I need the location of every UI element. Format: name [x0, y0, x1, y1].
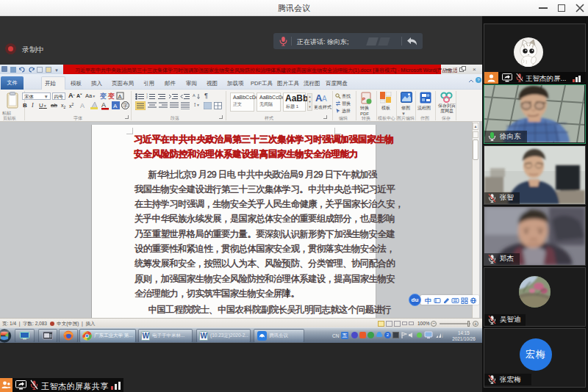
svg-text:A: A: [101, 101, 106, 109]
svg-text:A: A: [113, 103, 118, 109]
svg-text:W: W: [143, 332, 150, 340]
svg-text:A: A: [193, 93, 196, 98]
svg-text:字: 字: [123, 103, 128, 108]
svg-text:P: P: [362, 97, 365, 101]
svg-text:2: 2: [146, 96, 148, 99]
svg-text:A: A: [118, 93, 122, 100]
svg-text:变: 变: [100, 92, 107, 100]
svg-text:变: 变: [107, 92, 115, 100]
svg-text:A: A: [322, 95, 327, 103]
svg-text:W: W: [201, 332, 208, 340]
